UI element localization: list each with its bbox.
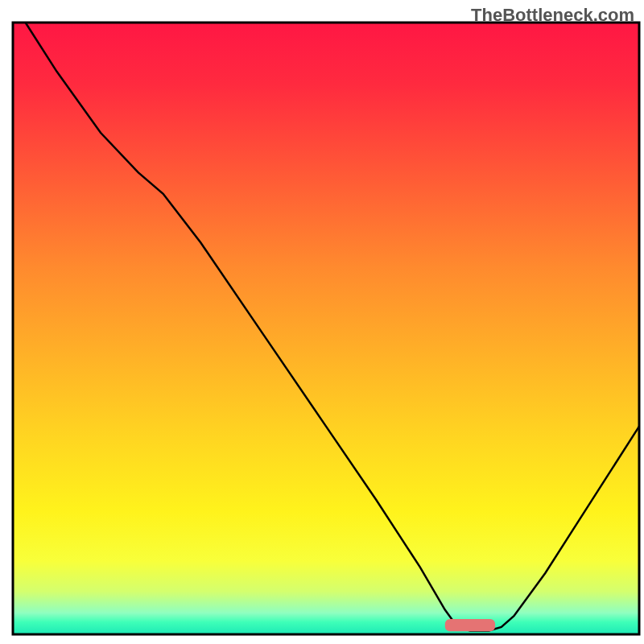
optimal-marker	[445, 619, 495, 631]
chart-container: TheBottleneck.com	[0, 0, 644, 644]
watermark-text: TheBottleneck.com	[471, 5, 634, 26]
chart-svg	[0, 0, 644, 644]
plot-area	[13, 23, 639, 634]
